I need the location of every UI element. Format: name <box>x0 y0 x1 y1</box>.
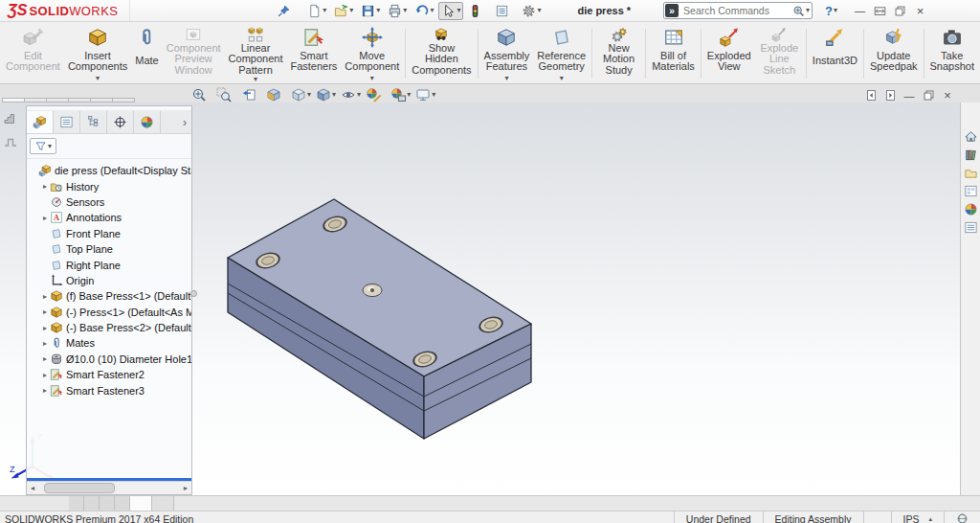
assembly-features-button[interactable]: Assembly Features ▾ <box>480 24 534 83</box>
insert-components-button[interactable]: Insert Components ▾ <box>64 24 131 83</box>
panel-horizontal-scrollbar[interactable]: ◄ ► <box>27 481 191 494</box>
move-component-button[interactable]: Move Component ▾ <box>341 24 403 83</box>
zoom-to-fit-button[interactable]: ▾ <box>189 87 213 102</box>
scroll-left-icon[interactable]: ◄ <box>27 485 38 491</box>
filter-box[interactable]: ▾ <box>30 138 56 154</box>
close-button[interactable]: × <box>910 2 930 19</box>
dropdown-arrow-icon[interactable]: ▾ <box>323 7 326 14</box>
expand-arrow-icon[interactable]: ▸ <box>40 339 50 348</box>
doc-close-button[interactable]: × <box>940 88 955 102</box>
span-displays-button[interactable] <box>870 2 890 19</box>
tag-globe-icon[interactable] <box>944 512 980 523</box>
edit-component-button[interactable]: Edit Component ▾ <box>2 24 64 83</box>
expand-arrow-icon[interactable]: ▸ <box>40 386 50 395</box>
center-screw[interactable] <box>363 284 382 296</box>
appearances-scenes-tab-button[interactable] <box>963 202 979 216</box>
menu-insert[interactable] <box>188 8 205 13</box>
dropdown-arrow-icon[interactable]: ▾ <box>430 7 434 14</box>
dropdown-arrow-icon[interactable]: ▾ <box>349 7 353 14</box>
dropdown-arrow-icon[interactable]: ▾ <box>332 91 336 99</box>
next-document-button[interactable] <box>882 89 898 102</box>
ribbon-button[interactable]: ▾ <box>924 29 924 79</box>
configurationmanager-tab[interactable] <box>80 111 107 133</box>
dropdown-arrow-icon[interactable]: ▾ <box>403 7 407 14</box>
help-button[interactable]: ?▾ <box>822 4 840 18</box>
dropdown-arrow-icon[interactable]: ▾ <box>407 91 411 99</box>
new-motion-study-button[interactable]: New Motion Study ▾ <box>594 24 643 83</box>
motion-study-1-tab[interactable] <box>152 496 174 511</box>
ribbon-button[interactable]: ▾ <box>645 29 646 79</box>
menu-tools[interactable] <box>205 8 222 13</box>
units-selector[interactable]: IPS▴ <box>891 512 944 523</box>
expand-arrow-icon[interactable]: ▸ <box>40 371 50 379</box>
menu-simulation[interactable] <box>222 8 239 13</box>
undo-button[interactable]: ▾ <box>412 2 436 20</box>
dropdown-arrow-icon[interactable]: ▾ <box>537 7 541 14</box>
component-preview-window-button[interactable]: Component Preview Window ▾ <box>163 24 225 83</box>
expand-arrow-icon[interactable]: ▸ <box>40 354 50 363</box>
home-tab-button[interactable] <box>963 129 979 144</box>
ribbon-button[interactable]: ▾ <box>405 29 406 79</box>
menu-window[interactable] <box>239 8 256 13</box>
search-input[interactable] <box>681 4 792 17</box>
tree-item-root[interactable]: ▸ die press (Default<Display State-1>) <box>27 163 191 178</box>
file-explorer-tab-button[interactable] <box>963 166 979 180</box>
search-icon[interactable] <box>792 5 805 17</box>
update-speedpak-button[interactable]: Update Speedpak ▾ <box>866 24 922 83</box>
search-box[interactable]: » ▾ <box>663 2 813 19</box>
dropdown-arrow-icon[interactable]: ▾ <box>432 91 435 99</box>
doc-minimize-button[interactable]: — <box>902 90 917 102</box>
ribbon-button[interactable]: ▾ <box>701 29 702 79</box>
menu-edit[interactable] <box>153 8 170 13</box>
hide-show-items-button[interactable]: ▾ <box>339 87 363 102</box>
dropdown-arrow-icon[interactable]: ▾ <box>504 75 508 83</box>
bill-of-materials-button[interactable]: Bill of Materials ▾ <box>648 24 699 83</box>
scroll-right-icon[interactable]: ► <box>180 485 191 491</box>
save-button[interactable]: ▾ <box>358 2 383 20</box>
take-snapshot-button[interactable]: Take Snapshot ▾ <box>926 24 978 83</box>
print-button[interactable]: ▾ <box>385 2 410 20</box>
view-orientation-button[interactable]: ▾ <box>289 87 313 102</box>
settings-gear-button[interactable]: ▾ <box>519 2 544 20</box>
tree-item-base-press-1[interactable]: ▸ (f) Base Press<1> (Default<As Mach <box>27 288 191 304</box>
view-settings-button[interactable]: ▾ <box>413 87 437 102</box>
pin-icon[interactable] <box>278 5 290 17</box>
smart-fasteners-button[interactable]: Smart Fasteners ▾ <box>286 24 341 83</box>
tree-item-press-1[interactable]: ▸ (-) Press<1> (Default<As Machined <box>27 305 191 320</box>
tree-item-annotations[interactable]: ▸ Annotations <box>27 210 191 225</box>
zoom-to-area-button[interactable]: ▾ <box>214 87 238 102</box>
restore-button[interactable] <box>890 2 910 19</box>
dropdown-arrow-icon[interactable]: ▾ <box>370 75 374 83</box>
dropdown-arrow-icon[interactable]: ▾ <box>457 7 460 14</box>
dimxpertmanager-tab[interactable] <box>107 111 134 133</box>
design-library-tab-button[interactable] <box>963 148 979 162</box>
scrollbar-thumb[interactable] <box>44 483 115 493</box>
menu-help[interactable] <box>256 8 274 13</box>
select-button[interactable]: ▾ <box>438 2 463 20</box>
dropdown-arrow-icon[interactable]: ▾ <box>560 75 564 83</box>
instant3d-button[interactable]: Instant3D ▾ <box>809 24 861 83</box>
tree-item-right-plane[interactable]: ▸ Right Plane <box>27 257 191 272</box>
units-dropdown-icon[interactable]: ▴ <box>928 515 932 523</box>
model-tab[interactable] <box>130 496 152 511</box>
rebuild-traffic-light-button[interactable]: ▾ <box>465 2 490 20</box>
expand-arrow-icon[interactable]: ▸ <box>40 324 50 332</box>
dropdown-arrow-icon[interactable]: ▾ <box>254 76 257 83</box>
assembly-visualization-icon[interactable] <box>3 110 18 125</box>
previous-document-button[interactable] <box>863 89 879 102</box>
play-button[interactable] <box>100 496 115 511</box>
goto-start-button[interactable] <box>69 496 84 511</box>
view-palette-tab-button[interactable] <box>963 184 979 198</box>
tree-item-base-press-2[interactable]: ▸ (-) Base Press<2> (Default<As Mach <box>27 320 191 335</box>
tree-item-sensors[interactable]: ▸ Sensors <box>27 194 191 210</box>
previous-frame-button[interactable] <box>84 496 100 511</box>
goto-end-button[interactable] <box>115 496 130 511</box>
menu-file[interactable] <box>136 8 153 13</box>
expand-arrow-icon[interactable]: ▸ <box>40 307 50 316</box>
search-dropdown-icon[interactable]: ▾ <box>806 7 810 14</box>
panel-splitter-handle[interactable] <box>190 290 197 297</box>
expand-arrow-icon[interactable]: ▸ <box>40 214 50 222</box>
expand-arrow-icon[interactable]: ▸ <box>40 182 50 191</box>
mate-button[interactable]: Mate ▾ <box>131 24 162 83</box>
panel-tabs-overflow-button[interactable]: › <box>161 111 191 133</box>
